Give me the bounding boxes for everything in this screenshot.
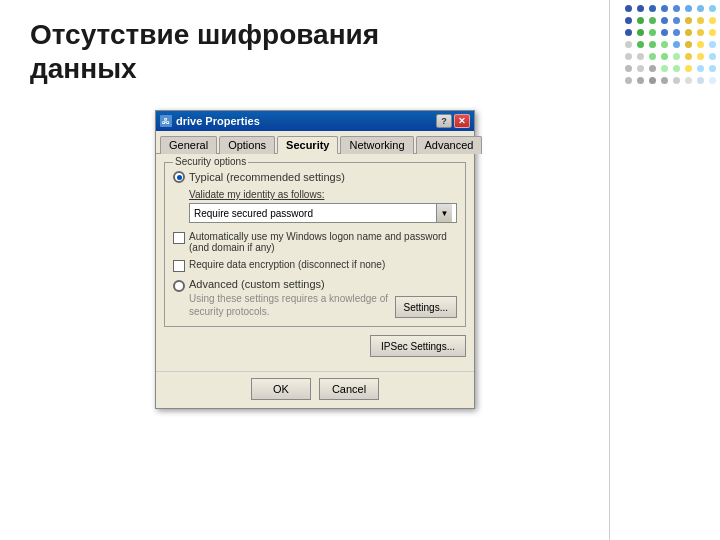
dialog-title: drive Properties: [176, 115, 260, 127]
checkbox-windows-logon[interactable]: [173, 232, 185, 244]
tab-advanced[interactable]: Advanced: [416, 136, 483, 154]
help-button[interactable]: ?: [436, 114, 452, 128]
advanced-text: Advanced (custom settings) Using these s…: [189, 278, 391, 318]
title-bar-left: 🖧 drive Properties: [160, 115, 260, 127]
dot: [685, 53, 692, 60]
dot: [697, 77, 704, 84]
dot: [637, 17, 644, 24]
checkbox1-label: Automatically use my Windows logon name …: [189, 231, 457, 253]
dot: [661, 53, 668, 60]
dots-decoration: [625, 5, 715, 95]
dot: [685, 65, 692, 72]
dots-grid: [625, 5, 715, 87]
dot: [637, 65, 644, 72]
dot: [649, 29, 656, 36]
title-line1: Отсутствие шифрования: [30, 18, 379, 52]
identity-dropdown[interactable]: Require secured password ▼: [189, 203, 457, 223]
dot: [709, 65, 716, 72]
cancel-button[interactable]: Cancel: [319, 378, 379, 400]
dot: [661, 77, 668, 84]
dot: [625, 5, 632, 12]
checkbox-data-encryption[interactable]: [173, 260, 185, 272]
dot: [661, 5, 668, 12]
dialog-icon: 🖧: [160, 115, 172, 127]
dot: [685, 17, 692, 24]
typical-radio-row: Typical (recommended settings): [173, 171, 457, 183]
ok-button[interactable]: OK: [251, 378, 311, 400]
dot: [673, 53, 680, 60]
dot: [685, 29, 692, 36]
dot: [685, 41, 692, 48]
dot: [697, 5, 704, 12]
dot: [625, 65, 632, 72]
dot: [673, 17, 680, 24]
dropdown-value: Require secured password: [194, 208, 313, 219]
dot: [625, 53, 632, 60]
dialog-body: Security options Typical (recommended se…: [156, 154, 474, 371]
advanced-radio[interactable]: [173, 280, 185, 292]
dot: [625, 41, 632, 48]
dot: [661, 17, 668, 24]
dot: [673, 41, 680, 48]
divider-line: [609, 0, 610, 540]
dot: [673, 77, 680, 84]
validate-label: Validate my identity as follows:: [189, 189, 457, 200]
typical-radio[interactable]: [173, 171, 185, 183]
checkbox2-row: Require data encryption (disconnect if n…: [173, 259, 457, 272]
advanced-radio-label: Advanced (custom settings): [189, 278, 391, 290]
dot: [697, 41, 704, 48]
dot: [709, 53, 716, 60]
dot: [661, 65, 668, 72]
dot: [661, 41, 668, 48]
properties-dialog: 🖧 drive Properties ? ✕ General Options S…: [155, 110, 475, 409]
tab-networking[interactable]: Networking: [340, 136, 413, 154]
advanced-desc: Using these settings requires a knowledg…: [189, 292, 391, 318]
title-bar: 🖧 drive Properties ? ✕: [156, 111, 474, 131]
dot: [685, 5, 692, 12]
dot: [649, 53, 656, 60]
dot: [625, 77, 632, 84]
dot: [697, 29, 704, 36]
page-title: Отсутствие шифрования данных: [30, 18, 379, 85]
dot: [661, 29, 668, 36]
checkbox2-label: Require data encryption (disconnect if n…: [189, 259, 385, 270]
dialog-footer: OK Cancel: [156, 371, 474, 408]
typical-radio-label: Typical (recommended settings): [189, 171, 345, 183]
dot: [625, 17, 632, 24]
dot: [637, 53, 644, 60]
dot: [637, 41, 644, 48]
dot: [709, 41, 716, 48]
dot: [637, 29, 644, 36]
ipsec-settings-button[interactable]: IPSec Settings...: [370, 335, 466, 357]
settings-button[interactable]: Settings...: [395, 296, 457, 318]
dot: [685, 77, 692, 84]
title-line2: данных: [30, 52, 379, 86]
group-label: Security options: [173, 156, 248, 167]
dot: [697, 17, 704, 24]
tab-general[interactable]: General: [160, 136, 217, 154]
checkbox1-row: Automatically use my Windows logon name …: [173, 231, 457, 253]
dot: [649, 17, 656, 24]
dot: [649, 77, 656, 84]
dot: [673, 65, 680, 72]
advanced-section: Advanced (custom settings) Using these s…: [173, 278, 457, 318]
tabs-bar: General Options Security Networking Adva…: [156, 131, 474, 154]
dot: [709, 77, 716, 84]
dot: [637, 5, 644, 12]
dot: [649, 65, 656, 72]
dropdown-arrow-icon[interactable]: ▼: [436, 204, 452, 222]
dot: [673, 29, 680, 36]
close-button[interactable]: ✕: [454, 114, 470, 128]
dropdown-row: Require secured password ▼: [189, 203, 457, 223]
dot: [697, 65, 704, 72]
dot: [649, 41, 656, 48]
tab-options[interactable]: Options: [219, 136, 275, 154]
dot: [709, 5, 716, 12]
dot: [673, 5, 680, 12]
title-bar-buttons: ? ✕: [436, 114, 470, 128]
ipsec-row: IPSec Settings...: [164, 335, 466, 357]
dot: [709, 17, 716, 24]
dot: [709, 29, 716, 36]
tab-security[interactable]: Security: [277, 136, 338, 154]
dot: [649, 5, 656, 12]
